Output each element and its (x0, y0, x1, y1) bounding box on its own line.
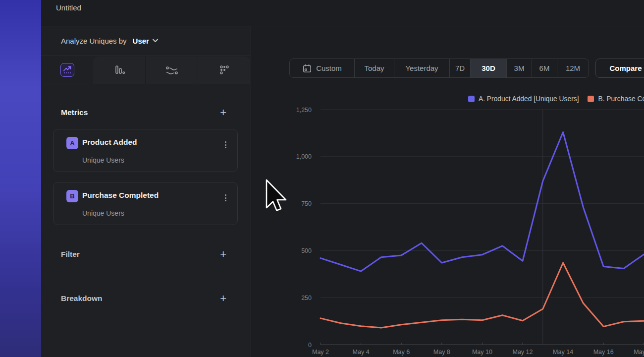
chart-panel: Custom Today Yesterday 7D 30D 3M 6M 12M … (251, 26, 644, 357)
tab-line-chart[interactable] (60, 63, 74, 77)
metrics-header: Metrics + (61, 108, 226, 118)
line-chart: 02505007501,0001,250May 2May 4May 6May 8… (251, 26, 644, 357)
svg-text:500: 500 (301, 247, 312, 254)
metric-title: Purchase Completed (82, 191, 159, 200)
metric-card-b[interactable]: B Purchase Completed Unique Users (53, 182, 238, 225)
analyze-by-label: Analyze Uniques by (61, 37, 127, 45)
svg-text:1,250: 1,250 (296, 107, 312, 114)
filter-header: Filter + (61, 249, 226, 259)
analyze-row: Analyze Uniques by User (41, 26, 251, 56)
svg-text:May 12: May 12 (513, 349, 533, 356)
background-gradient-strip (0, 0, 41, 357)
add-breakdown-button[interactable]: + (220, 294, 226, 303)
svg-text:May 16: May 16 (593, 349, 614, 356)
line-chart-icon (63, 65, 72, 74)
svg-text:1,000: 1,000 (296, 153, 312, 160)
query-sidebar: Analyze Uniques by User (41, 26, 251, 357)
svg-text:May 18: May 18 (634, 349, 644, 356)
svg-text:May 2: May 2 (312, 349, 329, 356)
chart-type-strip (93, 57, 250, 84)
svg-text:0: 0 (308, 342, 312, 349)
svg-text:250: 250 (301, 295, 312, 301)
svg-text:May 6: May 6 (393, 349, 410, 356)
svg-text:750: 750 (301, 200, 312, 207)
metric-badge-a: A (66, 137, 78, 149)
add-filter-button[interactable]: + (220, 249, 226, 259)
chart-type-tabs (41, 56, 251, 84)
breakdown-header: Breakdown + (61, 294, 226, 303)
svg-text:May 8: May 8 (433, 349, 450, 356)
flows-icon (165, 64, 179, 77)
chevron-down-icon (153, 39, 158, 43)
metric-options-button[interactable] (223, 192, 228, 203)
top-bar: Untitled (41, 0, 644, 26)
page-title: Untitled (56, 3, 81, 12)
add-metric-button[interactable]: + (220, 108, 226, 118)
metric-card-a[interactable]: A Product Added Unique Users (53, 129, 238, 172)
metric-subtitle: Unique Users (82, 156, 124, 164)
filter-title: Filter (61, 250, 80, 259)
svg-text:May 10: May 10 (472, 349, 492, 356)
analyze-by-value: User (133, 37, 149, 45)
metric-grid-icon (218, 64, 230, 76)
breakdown-title: Breakdown (61, 294, 103, 303)
svg-text:May 14: May 14 (553, 349, 573, 356)
metric-title: Product Added (82, 138, 137, 147)
metrics-title: Metrics (61, 108, 88, 117)
bar-chart-icon (113, 64, 126, 77)
svg-text:May 4: May 4 (353, 349, 370, 356)
tab-metric-grid[interactable] (198, 57, 250, 84)
metric-badge-b: B (66, 190, 78, 202)
tab-bar-chart[interactable] (93, 57, 145, 84)
metric-subtitle: Unique Users (82, 209, 124, 217)
metric-options-button[interactable] (223, 139, 228, 150)
analyze-by-dropdown[interactable]: User (133, 37, 158, 45)
tab-flows[interactable] (145, 57, 198, 84)
